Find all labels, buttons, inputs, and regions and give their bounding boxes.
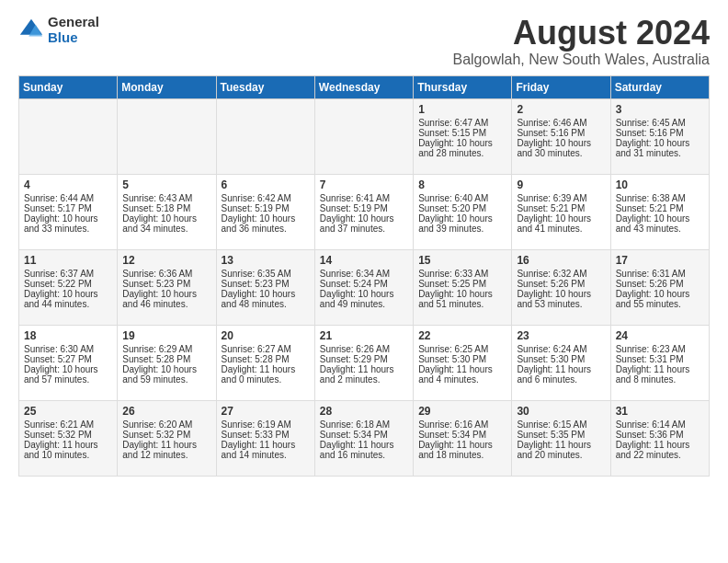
cell-text: Daylight: 11 hours and 14 minutes.	[222, 440, 310, 460]
calendar-cell: 23Sunrise: 6:24 AMSunset: 5:30 PMDayligh…	[512, 325, 610, 400]
cell-text: Daylight: 10 hours and 34 minutes.	[122, 213, 210, 234]
cell-text: Daylight: 10 hours and 31 minutes.	[616, 138, 704, 158]
calendar-week-row: 1Sunrise: 6:47 AMSunset: 5:15 PMDaylight…	[19, 98, 710, 174]
cell-text: Sunset: 5:34 PM	[320, 430, 408, 440]
cell-text: Sunset: 5:21 PM	[616, 203, 704, 213]
cell-text: Daylight: 10 hours and 49 minutes.	[320, 289, 408, 309]
cell-text: Sunset: 5:28 PM	[122, 354, 210, 364]
calendar-cell: 16Sunrise: 6:32 AMSunset: 5:26 PMDayligh…	[512, 249, 610, 325]
cell-text: Sunrise: 6:36 AM	[122, 269, 210, 279]
cell-text: Sunrise: 6:37 AM	[24, 269, 112, 279]
day-number: 6	[222, 178, 310, 191]
day-number: 4	[24, 178, 112, 191]
cell-text: Daylight: 11 hours and 12 minutes.	[122, 440, 210, 460]
calendar-cell	[216, 98, 314, 174]
calendar-cell: 28Sunrise: 6:18 AMSunset: 5:34 PMDayligh…	[314, 400, 413, 476]
logo-icon	[18, 17, 44, 43]
cell-text: Sunset: 5:22 PM	[24, 279, 112, 289]
cell-text: Daylight: 10 hours and 37 minutes.	[320, 213, 408, 234]
cell-text: Sunset: 5:34 PM	[418, 430, 506, 440]
cell-text: Sunrise: 6:26 AM	[320, 344, 408, 354]
cell-text: Daylight: 11 hours and 2 minutes.	[320, 364, 408, 385]
cell-text: Daylight: 10 hours and 36 minutes.	[222, 213, 310, 234]
cell-text: Sunrise: 6:43 AM	[122, 193, 210, 203]
cell-text: Sunset: 5:29 PM	[320, 354, 408, 364]
calendar-cell: 20Sunrise: 6:27 AMSunset: 5:28 PMDayligh…	[216, 325, 314, 400]
calendar-week-row: 4Sunrise: 6:44 AMSunset: 5:17 PMDaylight…	[19, 174, 710, 249]
header-thursday: Thursday	[414, 75, 512, 98]
calendar-week-row: 11Sunrise: 6:37 AMSunset: 5:22 PMDayligh…	[19, 249, 710, 325]
cell-text: Sunrise: 6:40 AM	[418, 193, 506, 203]
cell-text: Daylight: 11 hours and 0 minutes.	[222, 364, 310, 385]
header: General Blue August 2024 Balgowlah, New …	[18, 15, 710, 68]
day-number: 24	[616, 329, 704, 342]
cell-text: Daylight: 10 hours and 44 minutes.	[24, 289, 112, 309]
cell-text: Daylight: 11 hours and 18 minutes.	[418, 440, 506, 460]
calendar-header-row: Sunday Monday Tuesday Wednesday Thursday…	[19, 75, 710, 98]
cell-text: Daylight: 10 hours and 43 minutes.	[616, 213, 704, 234]
cell-text: Sunrise: 6:20 AM	[122, 419, 210, 430]
cell-text: Daylight: 10 hours and 59 minutes.	[122, 364, 210, 385]
header-monday: Monday	[118, 75, 216, 98]
cell-text: Sunrise: 6:47 AM	[418, 118, 506, 128]
location-subtitle: Balgowlah, New South Wales, Australia	[452, 52, 710, 68]
header-sunday: Sunday	[19, 75, 118, 98]
cell-text: Sunrise: 6:25 AM	[418, 344, 506, 354]
calendar-week-row: 25Sunrise: 6:21 AMSunset: 5:32 PMDayligh…	[19, 400, 710, 476]
cell-text: Sunset: 5:19 PM	[320, 203, 408, 213]
day-number: 25	[24, 405, 112, 418]
cell-text: Sunrise: 6:35 AM	[222, 269, 310, 279]
day-number: 10	[616, 178, 704, 191]
calendar-cell: 10Sunrise: 6:38 AMSunset: 5:21 PMDayligh…	[610, 174, 709, 249]
day-number: 28	[320, 405, 408, 418]
calendar-cell: 1Sunrise: 6:47 AMSunset: 5:15 PMDaylight…	[414, 98, 512, 174]
day-number: 15	[418, 254, 506, 267]
cell-text: Sunset: 5:27 PM	[24, 354, 112, 364]
cell-text: Daylight: 10 hours and 39 minutes.	[418, 213, 506, 234]
cell-text: Sunset: 5:30 PM	[517, 354, 605, 364]
day-number: 18	[24, 329, 112, 342]
day-number: 22	[418, 329, 506, 342]
header-tuesday: Tuesday	[216, 75, 314, 98]
cell-text: Daylight: 10 hours and 51 minutes.	[418, 289, 506, 309]
cell-text: Daylight: 10 hours and 53 minutes.	[517, 289, 605, 309]
cell-text: Sunrise: 6:24 AM	[517, 344, 605, 354]
cell-text: Daylight: 11 hours and 20 minutes.	[517, 440, 605, 460]
day-number: 13	[222, 254, 310, 267]
logo-blue: Blue	[48, 30, 99, 46]
calendar-cell	[314, 98, 413, 174]
calendar-week-row: 18Sunrise: 6:30 AMSunset: 5:27 PMDayligh…	[19, 325, 710, 400]
logo-text: General Blue	[48, 15, 99, 45]
month-year-title: August 2024	[452, 15, 710, 52]
cell-text: Sunset: 5:32 PM	[122, 430, 210, 440]
day-number: 19	[122, 329, 210, 342]
cell-text: Sunset: 5:31 PM	[616, 354, 704, 364]
calendar-cell: 4Sunrise: 6:44 AMSunset: 5:17 PMDaylight…	[19, 174, 118, 249]
calendar-cell: 27Sunrise: 6:19 AMSunset: 5:33 PMDayligh…	[216, 400, 314, 476]
day-number: 21	[320, 329, 408, 342]
calendar-cell: 15Sunrise: 6:33 AMSunset: 5:25 PMDayligh…	[414, 249, 512, 325]
day-number: 17	[616, 254, 704, 267]
calendar-table: Sunday Monday Tuesday Wednesday Thursday…	[18, 75, 710, 477]
cell-text: Daylight: 10 hours and 33 minutes.	[24, 213, 112, 234]
cell-text: Sunrise: 6:16 AM	[418, 419, 506, 430]
day-number: 12	[122, 254, 210, 267]
header-friday: Friday	[512, 75, 610, 98]
cell-text: Sunset: 5:28 PM	[222, 354, 310, 364]
calendar-cell: 21Sunrise: 6:26 AMSunset: 5:29 PMDayligh…	[314, 325, 413, 400]
cell-text: Daylight: 10 hours and 57 minutes.	[24, 364, 112, 385]
cell-text: Sunrise: 6:18 AM	[320, 419, 408, 430]
cell-text: Sunset: 5:36 PM	[616, 430, 704, 440]
day-number: 3	[616, 103, 704, 116]
cell-text: Daylight: 10 hours and 55 minutes.	[616, 289, 704, 309]
cell-text: Daylight: 11 hours and 8 minutes.	[616, 364, 704, 385]
day-number: 1	[418, 103, 506, 116]
calendar-cell: 24Sunrise: 6:23 AMSunset: 5:31 PMDayligh…	[610, 325, 709, 400]
cell-text: Sunset: 5:26 PM	[616, 279, 704, 289]
cell-text: Sunrise: 6:33 AM	[418, 269, 506, 279]
cell-text: Sunset: 5:18 PM	[122, 203, 210, 213]
cell-text: Sunrise: 6:42 AM	[222, 193, 310, 203]
day-number: 14	[320, 254, 408, 267]
day-number: 9	[517, 178, 605, 191]
cell-text: Sunrise: 6:15 AM	[517, 419, 605, 430]
